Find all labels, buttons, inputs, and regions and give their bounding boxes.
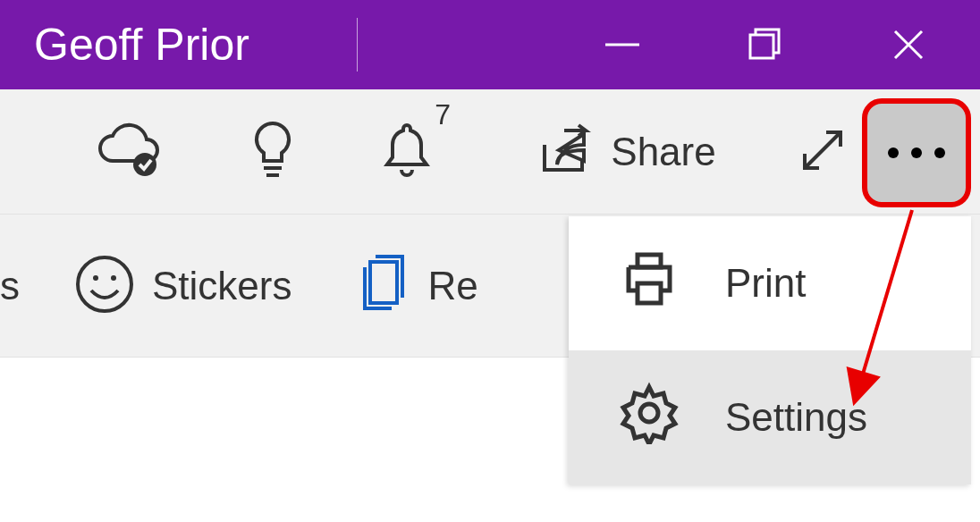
ellipsis-icon: [888, 147, 899, 158]
titlebar: Geoff Prior: [0, 0, 980, 89]
share-icon: [536, 123, 595, 181]
svg-point-8: [78, 257, 131, 311]
toolbar-primary: 7 Share: [0, 89, 980, 215]
more-options-button[interactable]: [862, 98, 971, 207]
window-title: Geoff Prior: [34, 19, 249, 71]
notification-count-badge: 7: [435, 98, 451, 131]
truncated-label-left: s: [0, 264, 20, 308]
bell-icon: 7: [381, 118, 433, 186]
maximize-button[interactable]: [694, 0, 837, 89]
sync-status-button[interactable]: [54, 89, 206, 214]
replay-button[interactable]: Re: [354, 215, 477, 357]
svg-point-10: [111, 275, 116, 281]
print-icon: [618, 248, 680, 319]
expand-icon: [796, 123, 849, 181]
cloud-check-icon: [95, 122, 165, 182]
ideas-button[interactable]: [206, 89, 340, 214]
notifications-button[interactable]: 7: [340, 89, 474, 214]
share-button[interactable]: Share: [510, 89, 742, 214]
stickers-button[interactable]: Stickers: [73, 215, 291, 357]
replay-label-fragment: Re: [427, 264, 477, 308]
settings-label: Settings: [725, 395, 867, 440]
window-controls: [551, 0, 980, 89]
gear-icon: [618, 382, 680, 453]
menu-item-settings[interactable]: Settings: [569, 350, 971, 484]
print-label: Print: [725, 261, 806, 306]
more-options-menu: Print Settings: [569, 216, 971, 484]
titlebar-divider: [357, 18, 358, 72]
svg-rect-12: [638, 283, 661, 303]
smiley-icon: [73, 253, 136, 319]
lightbulb-icon: [249, 118, 297, 186]
svg-point-13: [640, 404, 658, 422]
stickers-label: Stickers: [152, 264, 291, 308]
svg-rect-1: [750, 35, 773, 58]
close-button[interactable]: [837, 0, 980, 89]
minimize-button[interactable]: [551, 0, 694, 89]
svg-line-7: [805, 132, 841, 168]
svg-point-9: [93, 275, 98, 281]
menu-item-print[interactable]: Print: [569, 216, 971, 350]
pages-icon: [354, 253, 411, 319]
svg-point-4: [133, 153, 156, 176]
share-label: Share: [611, 130, 715, 174]
